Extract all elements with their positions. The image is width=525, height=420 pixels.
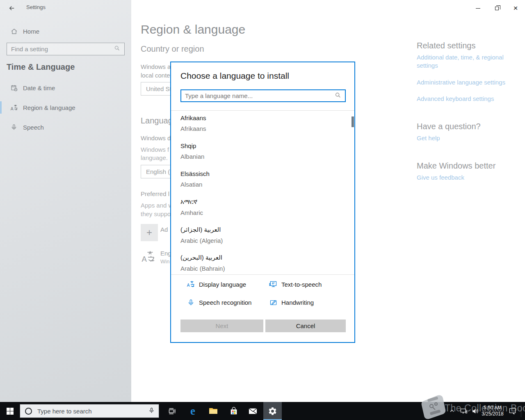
selected-accent-bar [0,101,2,114]
add-language-label: Ad [160,226,168,233]
divider [171,110,354,111]
tray-show-hidden-icons-button[interactable] [447,402,457,420]
show-desktop-button[interactable] [521,402,525,420]
cortana-icon [25,408,32,415]
action-center-button[interactable] [506,402,518,420]
link-advanced-keyboard[interactable]: Advanced keyboard settings [417,95,523,103]
network-icon [460,407,468,415]
search-icon [335,92,341,100]
preferred-desc2: they suppo [141,210,171,217]
feature-label: Speech recognition [199,299,251,306]
back-button[interactable] [6,2,18,14]
close-icon: × [513,4,518,13]
tray-network-button[interactable] [458,402,469,420]
close-button[interactable]: × [506,0,525,16]
installed-language-title[interactable]: Eng [160,250,171,257]
language-list-item[interactable]: العربية (البحرين) Arabic (Bahrain) [180,254,345,274]
language-list-item[interactable]: አማርኛ Amharic [180,198,345,223]
language-native-name: العربية (البحرين) [180,254,345,261]
language-english-name: Alsatian [180,181,345,188]
taskbar-search-placeholder: Type here to search [37,408,148,415]
microphone-icon [10,123,18,131]
handwriting-icon [269,298,278,307]
language-english-name: Arabic (Bahrain) [180,265,345,272]
minimize-button[interactable] [468,0,487,16]
windows-logo-icon [7,408,14,415]
language-list-item[interactable]: Afrikaans Afrikaans [180,114,345,139]
restore-button[interactable] [487,0,506,16]
language-english-name: Albanian [180,153,345,160]
feature-handwriting: Handwriting [269,298,314,307]
next-button[interactable]: Next [180,320,263,332]
feature-display-language: A Display language [186,280,246,289]
dialog-title: Choose a language to install [180,71,289,81]
edge-button[interactable]: e [184,402,202,420]
feature-label: Handwriting [281,299,314,306]
sidebar-item-label: Date & time [23,84,55,91]
display-language-dropdown-value: English ( [146,168,170,175]
make-windows-better-heading: Make Windows better [417,161,495,171]
sidebar-item-label: Speech [23,124,44,131]
gear-icon [268,406,277,416]
chevron-up-icon [449,408,455,414]
sidebar-item-home[interactable]: Home [0,24,131,39]
taskbar-clock[interactable]: 5:50 AM 3/25/2018 [479,402,506,420]
start-button[interactable] [0,402,20,420]
taskbar-search[interactable]: Type here to search [20,404,159,418]
find-setting-searchbox[interactable] [7,43,125,55]
action-center-icon [509,407,516,415]
task-view-button[interactable] [162,402,181,420]
home-icon [10,27,18,35]
store-button[interactable] [225,402,243,420]
language-english-name: Amharic [180,209,345,216]
cancel-button[interactable]: Cancel [265,320,346,332]
window-title: Settings [26,4,46,10]
language-list-item[interactable]: Elsässisch Alsatian [180,170,345,195]
language-searchbox[interactable] [180,89,346,102]
feature-speech-recognition: Speech recognition [186,298,251,307]
sidebar-item-region-language[interactable]: A Region & language [0,100,131,115]
display-language-label: Windows d [141,135,171,142]
mail-icon [248,406,258,416]
language-native-name: Elsässisch [180,170,345,177]
sidebar-item-speech[interactable]: Speech [0,120,131,135]
link-get-help[interactable]: Get help [417,134,523,142]
store-icon [229,406,238,415]
add-language-button[interactable]: + [141,224,158,241]
installed-language-sub: Win [160,258,169,265]
language-search-input[interactable] [181,92,335,99]
find-setting-input[interactable] [7,46,114,52]
sidebar-item-label: Region & language [23,104,75,111]
country-dropdown-value: United St [146,85,171,92]
link-give-us-feedback[interactable]: Give us feedback [417,173,523,182]
sidebar-section-title: Time & Language [7,62,75,72]
plus-icon: + [146,227,152,238]
language-list-item[interactable]: Shqip Albanian [180,142,345,167]
country-region-heading: Country or region [141,44,204,54]
svg-text:A: A [187,283,190,288]
country-desc-line2: local conte [141,72,170,79]
settings-taskbar-button[interactable] [263,402,282,420]
back-arrow-icon [8,5,16,12]
sidebar-item-label: Home [23,28,39,35]
language-list-item[interactable]: العربية (الجزائر) Arabic (Algeria) [180,226,345,251]
settings-window: Settings Home Time & Language Date & tim… [0,0,525,420]
display-language-desc1: Windows f [141,146,169,153]
link-administrative-language[interactable]: Administrative language settings [417,78,523,87]
scrollbar-thumb[interactable] [352,116,354,127]
have-a-question-heading: Have a question? [417,122,481,131]
file-explorer-button[interactable] [204,402,222,420]
preferred-desc1: Apps and w [141,202,173,209]
feature-label: Display language [199,281,246,288]
language-english-name: Afrikaans [180,125,345,132]
sidebar-item-date-time[interactable]: Date & time [0,80,131,95]
speaker-icon [471,407,479,415]
mail-button[interactable] [244,402,262,420]
link-additional-date-time-regional[interactable]: Additional date, time, & regional settin… [417,53,523,70]
language-native-name: አማርኛ [180,198,345,205]
choose-language-dialog: Choose a language to install Afrikaans A… [170,62,355,343]
language-english-name: Arabic (Algeria) [180,237,345,244]
microphone-icon[interactable] [148,407,155,415]
feature-label: Text-to-speech [281,281,322,288]
clock-time: 5:50 AM [484,405,502,411]
